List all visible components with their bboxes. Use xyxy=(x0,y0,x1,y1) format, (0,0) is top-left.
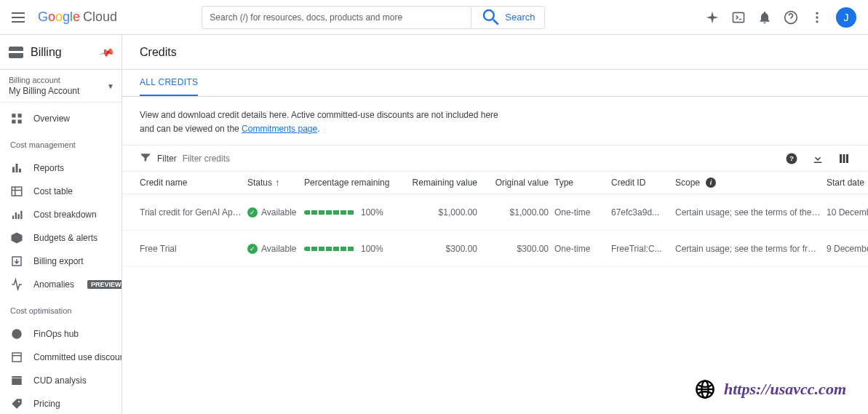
more-icon[interactable] xyxy=(810,10,824,25)
cell-pct: 100% xyxy=(304,244,399,254)
avatar[interactable]: J xyxy=(836,7,856,28)
svg-rect-37 xyxy=(843,154,845,163)
sidebar-item-cost-breakdown[interactable]: Cost breakdown xyxy=(0,203,122,226)
cell-remaining: $1,000.00 xyxy=(405,207,477,218)
sidebar-item-label: Pricing xyxy=(33,399,60,409)
page-title: Credits xyxy=(140,46,177,59)
chevron-down-icon: ▼ xyxy=(107,82,114,90)
svg-point-4 xyxy=(816,20,818,23)
svg-text:?: ? xyxy=(789,154,794,162)
sidebar-item-overview[interactable]: Overview xyxy=(0,107,122,130)
sidebar-item-finops[interactable]: FinOps hub xyxy=(0,322,122,346)
search-button[interactable]: Search xyxy=(471,6,544,29)
gemini-icon[interactable] xyxy=(705,10,720,25)
sidebar-item-cud[interactable]: CUD analysis xyxy=(0,369,122,392)
sidebar-title: Billing xyxy=(31,46,93,59)
search-button-label: Search xyxy=(505,12,535,23)
pin-icon[interactable]: 📌 xyxy=(98,44,115,60)
cell-scope: Certain usage; see the terms for free tr… xyxy=(675,244,821,254)
table-row: Trial credit for GenAI App Builder ✓Avai… xyxy=(122,194,868,231)
filter-label: Filter xyxy=(157,154,177,164)
anomalies-icon xyxy=(10,278,23,291)
svg-rect-15 xyxy=(12,216,14,220)
account-label: Billing account xyxy=(9,76,113,84)
cell-original: $1,000.00 xyxy=(483,207,549,218)
svg-rect-10 xyxy=(16,164,18,172)
search-container: Search (/) for resources, docs, products… xyxy=(202,6,544,29)
sidebar-item-label: Anomalies xyxy=(33,279,74,290)
col-status[interactable]: Status↑ xyxy=(247,178,298,188)
filter-input[interactable] xyxy=(183,154,779,164)
svg-rect-9 xyxy=(12,167,15,173)
cell-type: One-time xyxy=(554,207,605,218)
sidebar-item-cost-table[interactable]: Cost table xyxy=(0,180,122,203)
svg-rect-5 xyxy=(12,114,15,117)
cloud-shell-icon[interactable] xyxy=(731,10,746,25)
progress-bar xyxy=(304,247,355,251)
svg-rect-12 xyxy=(12,187,22,196)
sidebar-item-label: Cost table xyxy=(33,186,73,196)
cell-original: $300.00 xyxy=(483,244,549,254)
cell-remaining: $300.00 xyxy=(405,244,477,254)
cell-scope: Certain usage; see the terms of the prom… xyxy=(675,207,821,218)
sidebar-item-committed[interactable]: Committed use discounts... xyxy=(0,346,122,369)
content-header: Credits xyxy=(122,35,868,70)
notifications-icon[interactable] xyxy=(757,10,772,25)
col-type[interactable]: Type xyxy=(554,178,605,188)
sidebar-item-pricing[interactable]: Pricing xyxy=(0,392,122,414)
budgets-icon xyxy=(10,231,23,244)
header-actions: J xyxy=(705,7,856,28)
columns-icon[interactable] xyxy=(837,152,851,165)
watermark: https://usavcc.com xyxy=(695,379,846,399)
svg-rect-6 xyxy=(18,114,22,117)
table-row: Free Trial ✓Available 100% $300.00 $300.… xyxy=(122,231,868,267)
col-start[interactable]: Start date xyxy=(827,178,868,188)
menu-icon[interactable] xyxy=(12,9,29,26)
table-header: Credit name Status↑ Percentage remaining… xyxy=(122,172,868,194)
col-credit-id[interactable]: Credit ID xyxy=(611,178,669,188)
sidebar-item-billing-export[interactable]: Billing export xyxy=(0,250,122,273)
col-original[interactable]: Original value xyxy=(483,178,549,188)
google-cloud-logo[interactable]: Google Cloud xyxy=(38,9,117,25)
sort-up-icon: ↑ xyxy=(275,178,279,188)
nav-heading: Cost management xyxy=(0,135,122,152)
account-selector[interactable]: Billing account My Billing Account ▼ xyxy=(0,70,122,103)
nav-heading: Cost optimisation xyxy=(0,300,122,318)
sidebar: Billing 📌 Billing account My Billing Acc… xyxy=(0,35,122,414)
download-icon[interactable] xyxy=(811,152,824,165)
col-remaining[interactable]: Remaining value xyxy=(405,178,477,188)
svg-rect-21 xyxy=(12,353,21,362)
cell-type: One-time xyxy=(554,244,605,254)
commitments-link[interactable]: Commitments page xyxy=(242,124,317,134)
pricing-icon xyxy=(10,397,23,410)
svg-rect-17 xyxy=(18,214,20,219)
help-icon[interactable] xyxy=(784,10,798,25)
svg-rect-36 xyxy=(840,154,842,163)
col-scope[interactable]: Scopei xyxy=(675,178,821,188)
svg-rect-8 xyxy=(18,120,22,124)
help-filled-icon[interactable]: ? xyxy=(785,152,798,165)
svg-rect-7 xyxy=(12,120,15,124)
col-credit-name[interactable]: Credit name xyxy=(140,178,242,188)
check-icon: ✓ xyxy=(247,207,258,218)
main-layout: Billing 📌 Billing account My Billing Acc… xyxy=(0,35,868,414)
col-pct[interactable]: Percentage remaining xyxy=(304,178,399,188)
sidebar-item-reports[interactable]: Reports xyxy=(0,156,122,180)
tab-all-credits[interactable]: ALL CREDITS xyxy=(140,70,198,96)
cell-credit-id: FreeTrial:C... xyxy=(611,244,669,254)
filter-icon[interactable] xyxy=(140,151,151,165)
svg-point-25 xyxy=(18,401,20,402)
globe-icon xyxy=(695,379,715,399)
svg-rect-24 xyxy=(12,376,22,378)
sidebar-item-anomalies[interactable]: AnomaliesPREVIEW xyxy=(0,273,122,296)
sidebar-item-label: Committed use discounts... xyxy=(33,352,122,362)
sidebar-item-label: Overview xyxy=(33,114,70,124)
account-name: My Billing Account xyxy=(9,86,113,96)
cell-start: 9 December 2024 xyxy=(827,244,868,254)
sidebar-item-label: CUD analysis xyxy=(33,375,87,386)
search-input[interactable]: Search (/) for resources, docs, products… xyxy=(202,6,471,29)
sidebar-header: Billing 📌 xyxy=(0,35,122,70)
info-icon[interactable]: i xyxy=(706,178,716,188)
sidebar-item-budgets[interactable]: Budgets & alerts xyxy=(0,226,122,250)
finops-icon xyxy=(10,327,23,341)
